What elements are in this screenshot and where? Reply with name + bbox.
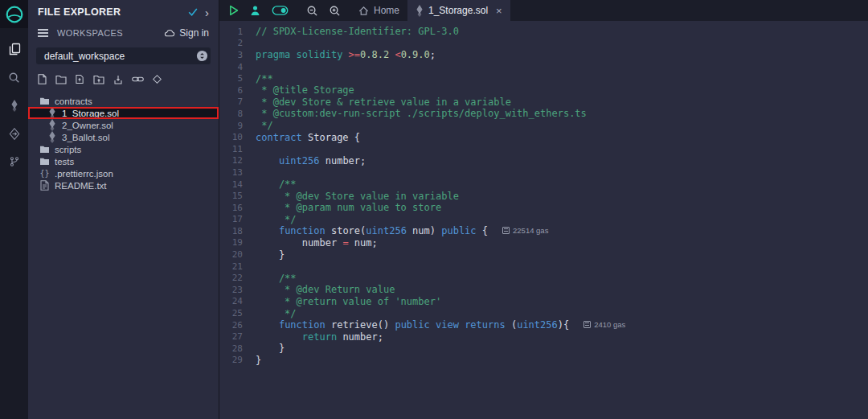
toggle-icon[interactable] — [272, 6, 289, 15]
code-line[interactable]: 29} — [219, 355, 868, 367]
code-token: store( — [326, 225, 366, 236]
code-line[interactable]: 21 — [219, 261, 868, 273]
person-icon[interactable] — [249, 5, 261, 16]
file-tree-item[interactable]: README.txt — [28, 179, 219, 191]
gas-estimate-text: 2410 gas — [594, 320, 625, 329]
code-token: number; — [319, 155, 366, 166]
workspaces-menu-icon[interactable] — [38, 29, 49, 37]
code-token: Storage { — [302, 132, 360, 143]
new-file-icon[interactable] — [38, 74, 47, 84]
cloud-icon — [164, 29, 175, 37]
code-token: ; — [430, 49, 436, 60]
upload-folder-icon[interactable] — [93, 75, 104, 84]
file-tree-item[interactable]: tests — [28, 155, 219, 167]
tab-bar: Home1_Storage.sol× — [219, 0, 868, 21]
line-number: 16 — [219, 203, 256, 213]
file-tree-item[interactable]: {}.prettierrc.json — [28, 167, 219, 179]
remix-logo-icon — [5, 5, 24, 24]
file-tree-item[interactable]: 2_Owner.sol — [28, 119, 219, 131]
code-token: function — [279, 225, 326, 236]
git-icon[interactable] — [6, 154, 23, 170]
code-line[interactable]: 4 — [219, 61, 868, 73]
file-tree-item[interactable]: 1_Storage.sol — [28, 107, 219, 119]
code-line[interactable]: 19 number = num; — [219, 237, 868, 249]
code-line[interactable]: 13 — [219, 166, 868, 179]
line-number: 21 — [219, 261, 256, 272]
line-number: 13 — [219, 167, 256, 178]
deploy-run-icon[interactable] — [6, 125, 23, 142]
code-token: returns — [465, 319, 506, 331]
code-token: num) — [407, 225, 441, 236]
code-token: public — [395, 319, 429, 331]
tab-label: 1_Storage.sol — [428, 5, 488, 16]
code-line[interactable]: 9 */ — [219, 120, 868, 132]
code-line[interactable]: 14 /** — [219, 179, 868, 191]
check-icon[interactable] — [188, 8, 198, 16]
code-line[interactable]: 17 */ — [219, 214, 868, 226]
chevron-right-icon[interactable]: › — [205, 6, 209, 18]
code-line[interactable]: 25 */ — [219, 307, 868, 319]
zoom-out-icon[interactable] — [306, 5, 318, 17]
code-line[interactable]: 1// SPDX-License-Identifier: GPL-3.0 — [219, 26, 868, 38]
code-line[interactable]: 3pragma solidity >=0.8.2 <0.9.0; — [219, 49, 868, 61]
code-line[interactable]: 16 * @param num value to store — [219, 202, 868, 214]
zoom-in-icon[interactable] — [329, 5, 341, 17]
code-token: number; — [337, 331, 383, 343]
remix-logo[interactable] — [0, 0, 28, 28]
code-line[interactable]: 12 uint256 number; — [219, 155, 868, 167]
file-explorer-icon[interactable] — [6, 41, 23, 57]
code-line[interactable]: 10contract Storage { — [219, 131, 868, 143]
gas-icon — [502, 227, 510, 234]
code-line[interactable]: 20 } — [219, 249, 868, 261]
ipfs-icon[interactable] — [153, 75, 162, 84]
code-line[interactable]: 18 function store(uint256 num) public {2… — [219, 225, 868, 237]
file-tree-item[interactable]: contracts — [28, 95, 219, 107]
new-folder-icon[interactable] — [55, 75, 67, 84]
code-line[interactable]: 2 — [219, 38, 868, 50]
tab-1-storage-sol[interactable]: 1_Storage.sol× — [407, 0, 510, 21]
search-icon[interactable] — [6, 69, 23, 85]
code-line[interactable]: 22 /** — [219, 272, 868, 284]
workspace-selector[interactable]: default_workspace — [36, 47, 211, 64]
code-token: public — [441, 225, 476, 236]
file-tree-item[interactable]: 3_Ballot.sol — [28, 131, 219, 143]
code-token: * @title Storage — [256, 84, 354, 96]
code-line[interactable]: 26 function retrieve() public view retur… — [219, 319, 868, 331]
code-line[interactable]: 6 * @title Storage — [219, 84, 868, 97]
code-token: 0.8.2 — [360, 49, 389, 60]
line-number: 26 — [219, 320, 256, 331]
file-tree-item[interactable]: scripts — [28, 143, 219, 155]
editor-toolbar — [219, 0, 350, 21]
code-token: pragma solidity — [256, 49, 349, 60]
code-token — [256, 155, 279, 166]
code-token: uint256 — [279, 155, 320, 166]
code-line[interactable]: 15 * @dev Store value in variable — [219, 190, 868, 202]
gas-estimate-text: 22514 gas — [513, 226, 548, 235]
code-token: view — [436, 319, 459, 331]
sign-in-button[interactable]: Sign in — [164, 27, 209, 39]
file-icon — [39, 180, 50, 191]
code-line[interactable]: 5/** — [219, 72, 868, 84]
code-editor[interactable]: 1// SPDX-License-Identifier: GPL-3.023pr… — [219, 21, 868, 419]
code-line[interactable]: 7 * @dev Store & retrieve value in a var… — [219, 97, 868, 109]
code-line[interactable]: 23 * @dev Return value — [219, 284, 868, 296]
code-line[interactable]: 27 return number; — [219, 331, 868, 343]
link-icon[interactable] — [132, 76, 144, 83]
code-line[interactable]: 24 * @return value of 'number' — [219, 296, 868, 308]
solidity-compiler-icon[interactable] — [6, 97, 23, 113]
play-icon[interactable] — [229, 5, 239, 16]
import-icon[interactable] — [113, 75, 123, 84]
code-token: // SPDX-License-Identifier: GPL-3.0 — [256, 26, 459, 37]
tab-home[interactable]: Home — [350, 0, 407, 21]
code-line[interactable]: 28 } — [219, 343, 868, 355]
workspace-options-icon[interactable] — [196, 50, 208, 62]
line-number: 7 — [219, 97, 256, 107]
code-token: */ — [256, 120, 273, 131]
code-line[interactable]: 8 * @custom:dev-run-script ./scripts/dep… — [219, 108, 868, 120]
line-number: 5 — [219, 73, 256, 84]
code-token: uint256 — [517, 319, 558, 331]
code-line[interactable]: 11 — [219, 143, 868, 155]
line-number: 18 — [219, 226, 256, 236]
upload-file-icon[interactable] — [76, 74, 84, 84]
close-icon[interactable]: × — [496, 6, 502, 16]
